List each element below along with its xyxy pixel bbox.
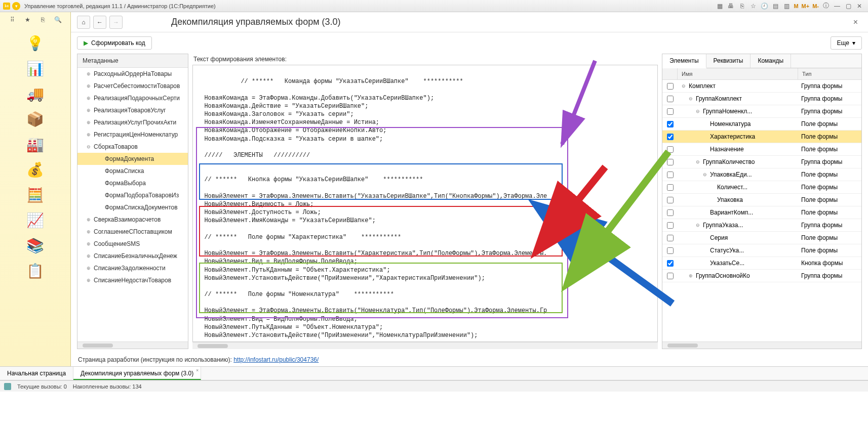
expand-icon[interactable]: ⊖: [87, 144, 92, 149]
grid-row[interactable]: НазначениеПоле формы: [662, 143, 861, 156]
expand-icon[interactable]: ⊕: [87, 278, 92, 283]
grid-header-type[interactable]: Тип: [798, 68, 861, 79]
bottom-tab-home[interactable]: Начальная страница: [0, 367, 73, 380]
row-checkbox[interactable]: [667, 108, 674, 115]
grid-row[interactable]: ⊖ГруппаКоличествоГруппа формы: [662, 156, 861, 168]
clipboard-icon[interactable]: ⎘: [38, 15, 48, 24]
expand-icon[interactable]: ⊕: [87, 120, 92, 125]
bottom-tab-decompile[interactable]: Декомпиляция управляемых форм (3.0) ×: [73, 367, 201, 380]
row-checkbox[interactable]: [667, 197, 674, 203]
meta-item[interactable]: ⊕СписаниеНедостачТоваров: [77, 274, 188, 286]
section-stats-icon[interactable]: 📈: [23, 209, 48, 231]
row-checkbox[interactable]: [667, 273, 674, 279]
row-checkbox[interactable]: [667, 260, 674, 267]
expand-icon[interactable]: ⊖: [703, 172, 708, 177]
meta-item[interactable]: ФормаДокумента: [77, 153, 188, 165]
meta-item[interactable]: ⊕СверкаВзаиморасчетов: [77, 213, 188, 226]
meta-item[interactable]: ФормаПодбораТоваровИз: [77, 189, 188, 201]
nav-dropdown-icon[interactable]: ▾: [12, 2, 20, 10]
meta-item[interactable]: ⊕СообщениеSMS: [77, 238, 188, 250]
grid-row[interactable]: НоменклатураПоле формы: [662, 118, 861, 131]
meta-item[interactable]: ФормаСписка: [77, 165, 188, 177]
row-checkbox[interactable]: [667, 209, 674, 216]
expand-icon[interactable]: ⊕: [87, 132, 92, 137]
close-window-icon[interactable]: ✕: [855, 2, 864, 11]
star-icon[interactable]: ★: [23, 15, 32, 24]
grid-row[interactable]: ⊖ГруппаНоменкл...Группа формы: [662, 105, 861, 118]
row-checkbox[interactable]: [667, 146, 674, 153]
footer-link[interactable]: http://infostart.ru/public/304736/: [233, 356, 319, 363]
expand-icon[interactable]: ⊕: [87, 96, 92, 101]
row-checkbox[interactable]: [667, 172, 674, 178]
row-checkbox[interactable]: [667, 134, 674, 140]
calendar-icon[interactable]: ▥: [782, 2, 791, 11]
grid-row[interactable]: СерияПоле формы: [662, 232, 861, 244]
generate-code-button[interactable]: ▶ Сформировать код: [77, 36, 152, 50]
section-report-icon[interactable]: 📊: [23, 57, 48, 79]
row-checkbox[interactable]: [667, 83, 674, 90]
favorite-icon[interactable]: ☆: [748, 2, 758, 11]
meta-item[interactable]: ⊕РегистрацияЦенНоменклатур: [77, 129, 188, 141]
expand-icon[interactable]: ⊖: [696, 109, 701, 114]
grid-row[interactable]: Количест...Поле формы: [662, 181, 861, 194]
grid-scroll-x[interactable]: [662, 341, 861, 349]
grid-row[interactable]: УпаковкаПоле формы: [662, 194, 861, 206]
info-icon[interactable]: ⓘ: [821, 2, 831, 11]
expand-icon[interactable]: ⊕: [689, 273, 694, 278]
grid-row[interactable]: УказатьСе...Кнопка формы: [662, 257, 861, 270]
forward-button[interactable]: →: [109, 16, 123, 29]
tab-attributes[interactable]: Реквизиты: [706, 54, 751, 68]
metadata-tree[interactable]: ⊕РасходныйОрдерНаТовары⊕РасчетСебестоимо…: [77, 68, 188, 341]
code-textarea[interactable]: // ****** Команда формы "УказатьСерииВШа…: [192, 65, 658, 342]
grid-row[interactable]: ⊕ГруппаОсновнойКоГруппа формы: [662, 270, 861, 282]
section-folders-icon[interactable]: 📚: [23, 234, 48, 256]
meta-item[interactable]: ⊕РеализацияУслугПрочихАкти: [77, 116, 188, 129]
print-preview-icon[interactable]: ▦: [715, 2, 724, 11]
section-warehouse-icon[interactable]: 🏭: [23, 133, 48, 155]
meta-item[interactable]: ⊕РасходныйОрдерНаТовары: [77, 68, 188, 80]
meta-item[interactable]: ⊕РеализацияПодарочныхСерти: [77, 92, 188, 104]
memory-mplus[interactable]: M+: [802, 3, 810, 9]
grid-row[interactable]: СтатусУка...Поле формы: [662, 244, 861, 257]
expand-icon[interactable]: ⊕: [87, 266, 92, 271]
back-button[interactable]: ←: [93, 16, 106, 29]
expand-icon[interactable]: ⊕: [87, 229, 92, 234]
expand-icon[interactable]: ⊖: [689, 96, 694, 101]
grid-row[interactable]: ХарактеристикаПоле формы: [662, 131, 861, 143]
section-boxes-icon[interactable]: 📦: [23, 108, 48, 130]
apps-icon[interactable]: ⠿: [8, 15, 17, 24]
row-checkbox[interactable]: [667, 96, 674, 102]
memory-mminus[interactable]: M-: [812, 3, 819, 9]
row-checkbox[interactable]: [667, 247, 674, 254]
meta-item[interactable]: ⊕РеализацияТоваровУслуг: [77, 104, 188, 116]
metadata-scroll-x[interactable]: [77, 341, 188, 349]
search-icon[interactable]: 🔍: [54, 15, 63, 24]
grid-row[interactable]: ⊖ГруппаУказа...Группа формы: [662, 219, 861, 232]
row-checkbox[interactable]: [667, 235, 674, 241]
meta-item[interactable]: ⊕СписаниеБезналичныхДенеж: [77, 250, 188, 262]
print-icon[interactable]: 🖶: [726, 2, 735, 11]
expand-icon[interactable]: ⊕: [87, 241, 92, 246]
section-check-icon[interactable]: 📋: [23, 260, 48, 282]
meta-item[interactable]: ⊖СборкаТоваров: [77, 141, 188, 153]
code-scroll-x[interactable]: [192, 342, 658, 349]
row-checkbox[interactable]: [667, 159, 674, 165]
memory-m[interactable]: M: [794, 3, 798, 9]
section-desk-icon[interactable]: 💡: [23, 32, 48, 54]
tab-commands[interactable]: Команды: [751, 54, 791, 68]
grid-row[interactable]: ⊖ГруппаКомплектГруппа формы: [662, 93, 861, 105]
expand-icon[interactable]: ⊖: [696, 159, 701, 164]
history-icon[interactable]: 🕘: [760, 2, 769, 11]
copy-icon[interactable]: ⎘: [737, 2, 746, 11]
close-page-button[interactable]: ×: [849, 18, 862, 27]
close-tab-icon[interactable]: ×: [196, 368, 199, 373]
meta-item[interactable]: ФормаСпискаДокументов: [77, 201, 188, 213]
section-money-icon[interactable]: 💰: [23, 158, 48, 181]
row-checkbox[interactable]: [667, 121, 674, 127]
expand-icon[interactable]: ⊖: [696, 223, 701, 228]
expand-icon[interactable]: ⊕: [87, 108, 92, 113]
expand-icon[interactable]: ⊕: [87, 253, 92, 259]
expand-icon[interactable]: ⊕: [87, 217, 92, 222]
section-shipping-icon[interactable]: 🚚: [23, 82, 48, 105]
expand-icon[interactable]: ⊕: [87, 71, 92, 76]
